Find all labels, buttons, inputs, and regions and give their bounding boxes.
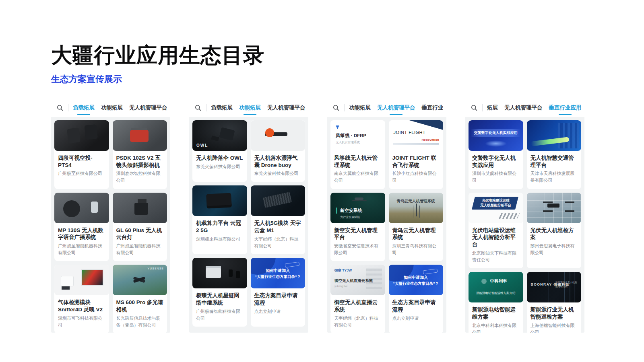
product-card[interactable]: 机载算力平台 云冠2 5G 深圳疆来科技有限公司 xyxy=(192,185,247,254)
product-title: 生态方案目录申请流程 xyxy=(254,292,302,306)
product-image xyxy=(113,193,167,223)
product-card[interactable]: 光伏电站建设运维无人机智能分析平台 光伏电站建设运维 无人机智能分析平台 北京图… xyxy=(469,193,523,269)
product-title: 光伏电站建设运维 无人机智能分析平台 xyxy=(472,227,520,248)
product-image xyxy=(113,120,167,151)
product-card[interactable]: 四段可视空投-PTS4 广州极至科技有限公司 xyxy=(54,120,109,189)
search-icon[interactable] xyxy=(332,104,340,111)
product-image: 光伏电站建设运维无人机智能分析平台 xyxy=(469,193,523,223)
product-title: PSDK 102S V2 五镜头倾斜摄影相机 xyxy=(116,154,164,169)
product-card[interactable]: YUSENSE MS 600 Pro 多光谱相机 长光禹辰信息技术与装备（青岛）… xyxy=(113,265,167,333)
panel-body: OWL 无人机降落伞 OWL 东莞火萤科技有限公司 无人机落水漂浮气囊 Dron… xyxy=(189,117,308,333)
card-grid: 四段可视空投-PTS4 广州极至科技有限公司 PSDK 102S V2 五镜头倾… xyxy=(54,120,167,333)
product-image: OWL xyxy=(192,120,247,151)
product-card[interactable]: GL 60 Plus 无人机云台灯 广州成至智能机器科技有限公司 xyxy=(113,193,167,261)
product-image xyxy=(251,120,305,151)
tab-label: 负载拓展 xyxy=(73,104,95,111)
product-card[interactable]: 光伏无人机巡检方案 苏州云思翼电子科技有限公司 xyxy=(527,193,582,269)
panel-tab-bar: 功能拓展 无人机管理平台 垂直行业应用 xyxy=(327,99,446,117)
tab-function-expansion-2[interactable]: 无人机管理平台 xyxy=(267,99,305,117)
tab-function-expansion-0[interactable]: 负载拓展 xyxy=(211,99,233,117)
product-company: 东莞火萤科技有限公司 xyxy=(196,163,244,170)
product-company: 安徽省空安信息技术有限公司 xyxy=(334,243,382,256)
product-company: 天宇经纬（北京）科技有限公司 xyxy=(254,236,302,249)
product-company: 北京中科利丰科技有限公司 xyxy=(472,322,520,333)
tab-vertical-industry-2[interactable]: 垂直行业应用 xyxy=(549,99,582,117)
image-overlay-text: 中科利丰 xyxy=(474,278,523,284)
product-card[interactable]: 青鸟云无人机管理系统 青鸟云无人机管理系统 深圳三青鸟科技有限公司 xyxy=(389,193,444,261)
header-divider xyxy=(68,104,68,111)
product-image: 中科利丰新能源电站智能运维方案介绍 xyxy=(469,272,523,302)
active-tab-underline xyxy=(244,114,256,115)
product-image: BOONRAY 伯镭科技新能源行业无人机智能巡检方案 xyxy=(527,272,582,302)
product-card[interactable]: 极臻无人机星链网络中继系统 广州极臻智能科技有限公司 xyxy=(192,258,247,327)
product-company: 深圳市艾虞科技有限公司 xyxy=(472,170,520,184)
product-card[interactable]: 中科利丰新能源电站智能运维方案介绍 新能源电站智能运维方案 北京中科利丰科技有限… xyxy=(469,272,523,333)
product-image xyxy=(192,185,247,216)
product-card[interactable]: MP 130S 无人机数字语音广播系统 广州成至智能机器科技有限公司 xyxy=(54,193,109,261)
product-title: 无人机智慧交通管理平台 xyxy=(530,154,578,169)
product-card[interactable]: 气体检测模块 Sniffer4D 灵嗅 V2 深圳市可飞科技有限公司 xyxy=(54,265,109,333)
product-company: 南京大翼航空科技有限公司 xyxy=(334,170,382,184)
search-icon[interactable] xyxy=(56,104,64,111)
image-overlay-text: 新能源电站智能运维方案介绍 xyxy=(469,291,523,295)
product-company: 天津市天房科技发展股份有限公司 xyxy=(530,170,578,184)
product-card[interactable]: PSDK 102S V2 五镜头倾斜摄影相机 深圳赛尔智控科技有限公司 xyxy=(113,120,167,189)
search-icon[interactable] xyxy=(471,104,478,111)
product-card[interactable]: JOINT FLIGHTRedovation JOINT FLIGHT 联合飞行… xyxy=(389,120,444,189)
tab-label: 功能拓展 xyxy=(101,104,123,111)
product-card[interactable]: 无人机落水漂浮气囊 Drone buoy 东莞火萤科技有限公司 xyxy=(251,120,305,182)
tab-strip: 负载拓展 功能拓展 无人机管理平台 xyxy=(73,99,167,117)
product-card[interactable]: 无人机智慧交通管理平台 天津市天房科技发展股份有限公司 xyxy=(527,120,582,189)
product-card[interactable]: 如何申请加入“大疆行业生态方案目录”？ 生态方案目录申请流程 点击立刻申请 xyxy=(389,265,444,333)
panel-body: 四段可视空投-PTS4 广州极至科技有限公司 PSDK 102S V2 五镜头倾… xyxy=(51,117,170,333)
active-tab-underline xyxy=(390,114,402,115)
header-divider xyxy=(482,104,483,111)
product-card[interactable]: BOONRAY 伯镭科技新能源行业无人机智能巡检方案 新能源行业无人机智能巡检方… xyxy=(527,272,582,333)
panel-row: 负载拓展 功能拓展 无人机管理平台 四段可视空投-PTS4 广州极至科技有限公司… xyxy=(51,99,644,333)
panel-tab-bar: 负载拓展 功能拓展 无人机管理平台 xyxy=(51,99,170,117)
product-card[interactable]: 风筝线 · DFRP无人机云管理系统 风筝线无人机云管理系统 南京大翼航空科技有… xyxy=(330,120,385,189)
product-title: 极臻无人机星链网络中继系统 xyxy=(196,292,244,306)
product-card[interactable]: 交警数字化无人机实战应用 交警数字化无人机实战应用 深圳市艾虞科技有限公司 xyxy=(469,120,523,189)
panel-tab-bar: 功能拓展 无人机管理平台 垂直行业应用 xyxy=(465,99,584,117)
product-image: 交警数字化无人机实战应用 xyxy=(469,120,523,151)
search-icon[interactable] xyxy=(194,104,202,111)
no-more-label: 没有更多了 xyxy=(192,327,305,333)
tab-drone-management-0[interactable]: 功能拓展 xyxy=(349,99,371,117)
tab-function-expansion-1[interactable]: 功能拓展 xyxy=(239,99,261,117)
product-image: 如何申请加入“大疆行业生态方案目录”？ xyxy=(389,265,444,295)
product-title: 交警数字化无人机实战应用 xyxy=(472,154,520,169)
tab-payload-expansion-1[interactable]: 功能拓展 xyxy=(101,99,123,117)
product-title: JOINT FLIGHT 联合飞行系统 xyxy=(392,154,440,169)
tab-payload-expansion-2[interactable]: 无人机管理平台 xyxy=(129,99,167,117)
image-overlay-text: 御空无人机直播云系统 xyxy=(334,278,373,284)
image-overlay-text: 新能源行业无人机智能巡检方案 xyxy=(555,281,579,288)
image-overlay-text: 御空 TYJW xyxy=(334,268,352,273)
product-card[interactable]: 如何申请加入“大疆行业生态方案目录”？ 生态方案目录申请流程 点击立刻申请 xyxy=(251,258,305,327)
product-title: 四段可视空投-PTS4 xyxy=(58,154,105,169)
image-overlay-text: “大疆行业生态方案目录”？ xyxy=(389,281,444,286)
tab-label: 无人机管理平台 xyxy=(129,104,167,111)
page-subtitle: 生态方案宣传展示 xyxy=(51,73,644,85)
product-card[interactable]: 新空安系统为行业发展赋能 新空安无人机管理平台 安徽省空安信息技术有限公司 xyxy=(330,193,385,261)
tab-drone-management-2[interactable]: 垂直行业应用 xyxy=(422,99,444,117)
product-card[interactable]: 无人机5G模块 天宇云盒 M1 天宇经纬（北京）科技有限公司 xyxy=(251,185,305,254)
tab-label: 负载拓展 xyxy=(211,104,233,111)
tab-payload-expansion-0[interactable]: 负载拓展 xyxy=(73,99,95,117)
product-title: 生态方案目录申请流程 xyxy=(392,299,440,313)
image-overlay-text: 风筝线 · DFRP xyxy=(336,133,366,139)
product-card[interactable]: OWL 无人机降落伞 OWL 东莞火萤科技有限公司 xyxy=(192,120,247,182)
card-grid: 风筝线 · DFRP无人机云管理系统 风筝线无人机云管理系统 南京大翼航空科技有… xyxy=(330,120,443,333)
product-title: 青鸟云无人机管理系统 xyxy=(392,227,440,241)
image-overlay-text: 无人机云管理系统 xyxy=(336,140,360,144)
product-company: 北京图知天下科技有限责任公司 xyxy=(472,250,520,263)
product-card[interactable]: 御空 TYJW御空无人机直播云系统yukong.live 御空无人机直播云系统 … xyxy=(330,265,385,333)
tab-label: 功能拓展 xyxy=(349,104,371,111)
tab-vertical-industry-1[interactable]: 无人机管理平台 xyxy=(504,99,543,117)
tab-vertical-industry-0[interactable]: 功能拓展 xyxy=(487,99,498,117)
tab-drone-management-1[interactable]: 无人机管理平台 xyxy=(377,99,415,117)
product-title: 风筝线无人机云管理系统 xyxy=(334,154,382,169)
tab-strip: 功能拓展 无人机管理平台 垂直行业应用 xyxy=(349,99,443,117)
image-overlay-text: 如何申请加入 xyxy=(389,275,444,280)
product-image xyxy=(527,120,582,151)
